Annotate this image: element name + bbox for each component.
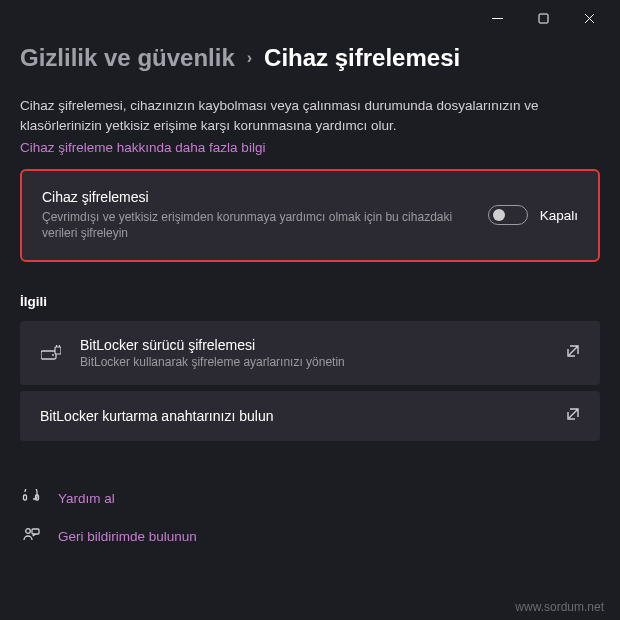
window-titlebar	[0, 0, 620, 36]
get-help-link[interactable]: Yardım al	[20, 479, 600, 517]
breadcrumb: Gizlilik ve güvenlik › Cihaz şifrelemesi	[20, 44, 600, 72]
svg-rect-7	[32, 529, 39, 534]
give-feedback-link[interactable]: Geri bildirimde bulunun	[20, 517, 600, 555]
svg-point-6	[26, 529, 31, 534]
svg-rect-4	[24, 495, 27, 500]
chevron-right-icon: ›	[247, 49, 252, 67]
minimize-button[interactable]	[474, 2, 520, 34]
feedback-icon	[20, 527, 42, 545]
svg-rect-0	[539, 14, 548, 23]
svg-point-2	[52, 354, 54, 356]
watermark: www.sordum.net	[515, 600, 604, 614]
feedback-link-label: Geri bildirimde bulunun	[58, 529, 197, 544]
row-subtitle: BitLocker kullanarak şifreleme ayarların…	[80, 355, 548, 369]
maximize-button[interactable]	[520, 2, 566, 34]
device-encryption-card: Cihaz şifrelemesi Çevrimdışı ve yetkisiz…	[20, 169, 600, 263]
toggle-state-label: Kapalı	[540, 208, 578, 223]
bitlocker-recovery-key-row[interactable]: BitLocker kurtarma anahtarınızı bulun	[20, 391, 600, 441]
row-title: BitLocker sürücü şifrelemesi	[80, 337, 548, 353]
close-button[interactable]	[566, 2, 612, 34]
bitlocker-drive-encryption-row[interactable]: BitLocker sürücü şifrelemesi BitLocker k…	[20, 321, 600, 385]
card-title: Cihaz şifrelemesi	[42, 189, 472, 205]
page-description: Cihaz şifrelemesi, cihazınızın kaybolmas…	[20, 96, 600, 137]
related-section-label: İlgili	[20, 294, 600, 309]
page-title: Cihaz şifrelemesi	[264, 44, 460, 72]
help-icon	[20, 489, 42, 507]
card-subtitle: Çevrimdışı ve yetkisiz erişimden korunma…	[42, 209, 472, 243]
encryption-toggle[interactable]	[488, 205, 528, 225]
toggle-knob	[493, 209, 505, 221]
open-external-icon	[566, 407, 580, 425]
svg-rect-3	[55, 347, 61, 354]
learn-more-link[interactable]: Cihaz şifreleme hakkında daha fazla bilg…	[20, 140, 600, 155]
help-link-label: Yardım al	[58, 491, 115, 506]
row-title: BitLocker kurtarma anahtarınızı bulun	[40, 408, 548, 424]
breadcrumb-parent[interactable]: Gizlilik ve güvenlik	[20, 44, 235, 72]
drive-lock-icon	[40, 342, 62, 364]
open-external-icon	[566, 344, 580, 362]
